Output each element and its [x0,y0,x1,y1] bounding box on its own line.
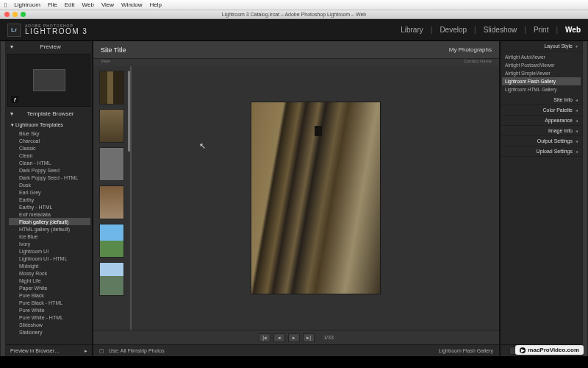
engine-label: Lightroom Flash Gallery [439,348,493,353]
template-item[interactable]: Exif metadata [9,210,90,218]
template-browser-header[interactable]: ▾Template Browser [6,108,92,119]
right-panel-header[interactable]: Image Info◂ [501,126,582,136]
pager-first-button[interactable]: |◂ [259,333,270,342]
menu-file[interactable]: File [48,1,57,8]
template-item[interactable]: Earthy - HTML [9,203,90,210]
template-item[interactable]: Night Life [9,277,90,284]
lightroom-logo-icon: Lr [7,24,21,37]
thumbnail[interactable] [99,71,124,105]
template-item[interactable]: Dark Poppy Seed [9,166,90,174]
menu-web[interactable]: Web [82,1,94,8]
right-panel-header[interactable]: Appearance◂ [501,116,582,126]
site-sub-bar: View Contact Name [93,59,499,66]
template-item[interactable]: Flash gallery (default) [9,218,90,225]
pager-last-button[interactable]: ▸| [303,333,315,342]
menu-edit[interactable]: Edit [65,1,75,8]
template-item[interactable]: Classic [9,144,90,152]
right-panel-header[interactable]: Color Palette◂ [501,105,582,116]
template-item[interactable]: Pure Black [9,291,90,299]
pager-next-button[interactable]: ▸ [288,333,300,342]
layout-style-header[interactable]: Layout Style▾ [501,41,582,52]
watermark-badge: ▶ macProVideo.com [515,345,584,355]
brand-block: Lr ADOBE PHOTOSHOP LIGHTROOM 3 [7,24,87,37]
preview-in-browser-button[interactable]: Preview in Browser…▸ [6,344,92,356]
right-edge-strip[interactable] [582,41,588,356]
thumbnail-strip [93,66,132,330]
template-item[interactable]: Slideshow [9,321,90,328]
template-item[interactable]: Earthy [9,196,90,203]
template-item[interactable]: Dark Poppy Seed - HTML [9,174,90,181]
module-picker: Library| Develop| Slideshow| Print| Web [401,26,581,34]
template-item[interactable]: Pure White - HTML [9,314,90,321]
thumbnail-scrollbar[interactable] [128,71,130,152]
gallery-stage: ↖ [93,66,499,330]
mac-menubar:  Lightroom File Edit Web View Window He… [0,0,588,10]
template-item[interactable]: Blue Sky [9,130,90,137]
template-group[interactable]: ▾ Lightroom Templates [9,121,90,130]
thumbnail[interactable] [99,185,124,219]
template-item[interactable]: Stationery [9,328,90,336]
preview-panel-header[interactable]: ▾Preview [6,41,92,52]
module-slideshow[interactable]: Slideshow [484,26,517,34]
site-title-bar: Site Title My Photographs [93,41,499,59]
module-print[interactable]: Print [534,26,549,34]
template-item[interactable]: Ivory [9,240,90,247]
layout-style-item[interactable]: Lightroom HTML Gallery [502,85,581,93]
menu-help[interactable]: Help [150,1,162,8]
apple-menu-icon[interactable]:  [4,1,7,9]
close-window-button[interactable] [4,12,10,17]
layout-style-item[interactable]: Airtight PostcardViewer [502,61,581,69]
template-item[interactable]: Lightroom UI [9,247,90,255]
module-web[interactable]: Web [565,26,581,34]
center-footer: ▢ Use: All Filmstrip Photos Lightroom Fl… [93,344,499,356]
template-item[interactable]: Ice Blue [9,233,90,240]
template-item[interactable]: Pure Black - HTML [9,299,90,306]
layout-style-item[interactable]: Lightroom Flash Gallery [502,77,581,85]
module-library[interactable]: Library [401,26,423,34]
preview-box: f [7,54,90,107]
layout-style-item[interactable]: Airtight SimpleViewer [502,69,581,77]
layout-style-item[interactable]: Airtight AutoViewer [502,53,581,61]
thumbnail[interactable] [99,147,124,181]
right-panel-header[interactable]: Site Info◂ [501,95,582,105]
right-panel: Layout Style▾ Airtight AutoViewerAirtigh… [500,41,582,356]
template-item[interactable]: Clean - HTML [9,159,90,166]
thumbnail[interactable] [99,224,124,258]
template-item[interactable]: Charcoal [9,137,90,144]
site-title[interactable]: Site Title [101,46,126,54]
lightroom-body: ▾Preview f ▾Template Browser ▾ Lightroom… [0,41,588,356]
thumbnail[interactable] [99,109,124,143]
pager: |◂ ◂ ▸ ▸| 1/33 [93,330,499,344]
window-title: Lightroom 3 Catalog.lrcat – Adobe Photos… [222,12,366,17]
template-item[interactable]: Earl Grey [9,188,90,196]
filmstrip-use[interactable]: Use: All Filmstrip Photos [109,348,165,353]
template-item[interactable]: Paper White [9,284,90,291]
thumbnail[interactable] [99,262,124,296]
template-item[interactable]: Dusk [9,181,90,188]
minimize-window-button[interactable] [12,12,18,17]
traffic-lights [4,12,26,17]
menu-window[interactable]: Window [121,1,142,8]
template-item[interactable]: Pure White [9,306,90,314]
main-image[interactable] [251,102,380,294]
lightroom-header: Lr ADOBE PHOTOSHOP LIGHTROOM 3 Library| … [0,19,588,41]
template-item[interactable]: Clean [9,152,90,159]
collection-title[interactable]: My Photographs [449,46,492,53]
left-edge-strip[interactable] [0,41,6,356]
preview-label: Preview [40,43,60,50]
module-develop[interactable]: Develop [440,26,467,34]
window-titlebar: Lightroom 3 Catalog.lrcat – Adobe Photos… [0,10,588,19]
template-item[interactable]: Midnight [9,262,90,269]
template-item[interactable]: Mossy Rock [9,269,90,277]
zoom-window-button[interactable] [21,12,26,17]
contact-name[interactable]: Contact Name [464,59,492,66]
template-item[interactable]: Lightroom UI - HTML [9,255,90,262]
right-panel-header[interactable]: Upload Settings◂ [501,146,582,157]
pager-prev-button[interactable]: ◂ [273,333,285,342]
view-menu[interactable]: View [101,59,110,66]
template-item[interactable]: HTML gallery (default) [9,225,90,233]
pager-count: 1/33 [323,335,334,340]
menu-lightroom[interactable]: Lightroom [14,1,40,8]
right-panel-header[interactable]: Output Settings◂ [501,136,582,146]
menu-view[interactable]: View [101,1,114,8]
